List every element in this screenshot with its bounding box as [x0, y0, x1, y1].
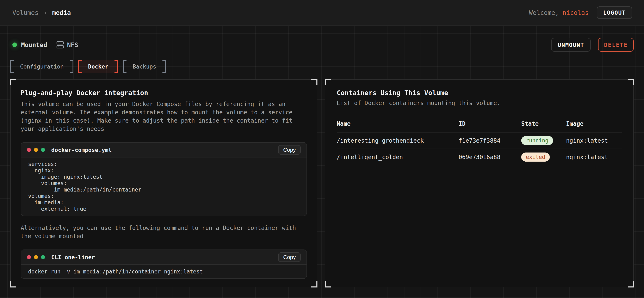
bracket-left-icon	[123, 60, 126, 73]
corner-bracket-icon	[628, 79, 634, 85]
topbar: Volumes › media Welcome, nicolas LOGOUT	[0, 0, 644, 26]
bracket-right-icon	[70, 60, 73, 73]
status-badge-running: running	[521, 136, 553, 145]
panels: Plug-and-play Docker integration This vo…	[10, 79, 634, 287]
traffic-yellow-icon	[34, 148, 38, 152]
delete-button[interactable]: DELETE	[598, 38, 634, 52]
username: nicolas	[562, 9, 588, 16]
cli-code-header: CLI one-liner Copy	[21, 250, 306, 265]
tab-backups[interactable]: Backups	[123, 60, 166, 73]
traffic-green-icon	[41, 255, 45, 259]
unmount-button[interactable]: UNMOUNT	[551, 38, 591, 52]
breadcrumb-current-volume: media	[52, 9, 71, 16]
tab-docker[interactable]: Docker	[78, 60, 118, 73]
container-state: running	[521, 136, 566, 145]
traffic-red-icon	[27, 148, 31, 152]
breadcrumb: Volumes › media	[12, 9, 71, 16]
compose-code-header: docker-compose.yml Copy	[21, 143, 306, 157]
traffic-green-icon	[41, 148, 45, 152]
filesystem-type-label: NFS	[67, 41, 78, 48]
corner-bracket-icon	[628, 281, 634, 288]
traffic-lights	[27, 148, 45, 152]
column-header-image: Image	[566, 120, 622, 127]
corner-bracket-icon	[10, 79, 16, 85]
container-image: nginx:latest	[566, 154, 622, 160]
compose-code-block: docker-compose.yml Copy services: nginx:…	[21, 142, 307, 216]
container-id: 069e73016a88	[458, 154, 521, 160]
docker-integration-panel: Plug-and-play Docker integration This vo…	[10, 79, 317, 287]
container-state: exited	[521, 152, 566, 161]
traffic-yellow-icon	[34, 255, 38, 259]
mount-status-label: Mounted	[21, 41, 47, 48]
container-id: f1e73e7f3884	[458, 137, 521, 144]
welcome-prefix: Welcome,	[529, 9, 562, 16]
mounted-status-dot	[12, 42, 17, 47]
compose-filename: docker-compose.yml	[51, 147, 112, 153]
corner-bracket-icon	[325, 281, 331, 288]
cli-title: CLI one-liner	[51, 254, 95, 261]
welcome-text: Welcome, nicolas	[529, 9, 588, 16]
bracket-left-icon	[10, 60, 14, 73]
bracket-left-icon	[78, 60, 82, 73]
corner-bracket-icon	[311, 281, 318, 288]
status-badge-exited: exited	[521, 152, 550, 161]
volume-actions: UNMOUNT DELETE	[551, 38, 634, 52]
tab-label: Configuration	[14, 60, 70, 73]
containers-panel-subtitle: List of Docker containers mounting this …	[337, 100, 622, 107]
corner-bracket-icon	[10, 281, 16, 288]
docker-panel-description: This volume can be used in your Docker C…	[21, 100, 307, 133]
bracket-right-icon	[162, 60, 166, 73]
container-name: /intelligent_colden	[337, 154, 458, 160]
container-image: nginx:latest	[566, 137, 622, 144]
copy-cli-button[interactable]: Copy	[278, 252, 301, 262]
docker-panel-title: Plug-and-play Docker integration	[21, 89, 307, 97]
corner-bracket-icon	[325, 79, 331, 85]
volume-status: Mounted NFS	[10, 41, 78, 49]
main-content: Mounted NFS UNMOUNT DELETE Configuration	[0, 26, 644, 298]
tab-configuration[interactable]: Configuration	[10, 60, 73, 73]
containers-panel: Containers Using This Volume List of Doc…	[325, 79, 634, 287]
container-name: /interesting_grothendieck	[337, 137, 458, 144]
tab-bar: Configuration Docker Backups	[10, 60, 634, 73]
topbar-right: Welcome, nicolas LOGOUT	[529, 6, 632, 19]
volume-status-row: Mounted NFS UNMOUNT DELETE	[10, 38, 634, 52]
compose-code: services: nginx: image: nginx:latest vol…	[21, 157, 306, 216]
cli-code: docker run -v im-media:/path/in/containe…	[21, 265, 306, 278]
tab-label: Backups	[126, 60, 162, 73]
containers-table: Name ID State Image /interesting_grothen…	[337, 116, 622, 165]
cli-intro-text: Alternatively, you can use the following…	[21, 224, 307, 240]
column-header-state: State	[521, 120, 566, 127]
containers-panel-title: Containers Using This Volume	[337, 89, 622, 97]
traffic-red-icon	[27, 255, 31, 259]
copy-compose-button[interactable]: Copy	[278, 145, 301, 154]
bracket-right-icon	[114, 60, 118, 73]
column-header-id: ID	[458, 120, 521, 127]
chevron-right-icon: ›	[44, 9, 47, 16]
tab-label: Docker	[82, 60, 114, 73]
table-header-row: Name ID State Image	[337, 116, 622, 132]
cli-code-block: CLI one-liner Copy docker run -v im-medi…	[21, 250, 307, 279]
table-row: /interesting_grothendieck f1e73e7f3884 r…	[337, 132, 622, 149]
traffic-lights	[27, 255, 45, 259]
column-header-name: Name	[337, 120, 458, 127]
logout-button[interactable]: LOGOUT	[597, 6, 632, 19]
corner-bracket-icon	[311, 79, 318, 85]
breadcrumb-volumes[interactable]: Volumes	[12, 9, 38, 16]
server-icon	[56, 41, 64, 49]
table-row: /intelligent_colden 069e73016a88 exited …	[337, 149, 622, 165]
